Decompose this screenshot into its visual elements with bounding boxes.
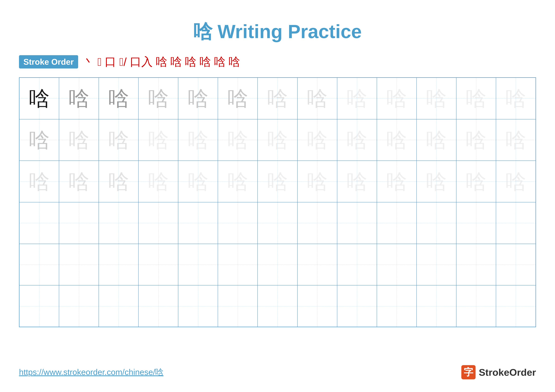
grid-cell-r4c9[interactable] [337, 202, 377, 244]
stroke-9: 唅 [199, 54, 211, 69]
grid-cell-r1c10[interactable]: 唅 [377, 78, 416, 119]
grid-cell-r1c13[interactable]: 唅 [496, 78, 536, 119]
char-r2-7: 唅 [267, 130, 288, 150]
grid-cell-r6c3[interactable] [99, 285, 139, 327]
grid-cell-r4c7[interactable] [258, 202, 297, 244]
grid-cell-r4c10[interactable] [377, 202, 416, 244]
grid-cell-r2c6[interactable]: 唅 [218, 119, 258, 161]
char-vlight-3: 唅 [426, 88, 447, 109]
title-chinese: 唅 [193, 21, 212, 42]
grid-cell-r3c1[interactable]: 唅 [19, 161, 59, 202]
grid-cell-r6c2[interactable] [59, 285, 99, 327]
stroke-3: 口 [105, 54, 116, 69]
grid-cell-r1c2[interactable]: 唅 [59, 78, 99, 119]
stroke-1: 丶 [83, 54, 94, 69]
grid-cell-r5c10[interactable] [377, 244, 416, 285]
grid-cell-r6c7[interactable] [258, 285, 297, 327]
char-medium-1: 唅 [148, 88, 169, 109]
grid-cell-r5c12[interactable] [456, 244, 496, 285]
char-r3-6: 唅 [227, 171, 248, 192]
grid-cell-r4c8[interactable] [297, 202, 337, 244]
grid-cell-r2c5[interactable]: 唅 [178, 119, 218, 161]
grid-cell-r2c4[interactable]: 唅 [139, 119, 178, 161]
grid-cell-r3c2[interactable]: 唅 [59, 161, 99, 202]
grid-cell-r2c11[interactable]: 唅 [416, 119, 456, 161]
grid-cell-r1c8[interactable]: 唅 [297, 78, 337, 119]
stroke-8: 唅 [185, 54, 196, 69]
stroke-4: 𠃌/ [119, 55, 127, 68]
grid-cell-r2c9[interactable]: 唅 [337, 119, 377, 161]
grid-cell-r1c1[interactable]: 唅 [19, 78, 59, 119]
grid-cell-r6c10[interactable] [377, 285, 416, 327]
grid-cell-r6c5[interactable] [178, 285, 218, 327]
char-r3-3: 唅 [108, 171, 129, 192]
grid-cell-r4c2[interactable] [59, 202, 99, 244]
footer-url[interactable]: https://www.strokeorder.com/chinese/唅 [19, 367, 163, 378]
grid-cell-r5c4[interactable] [139, 244, 178, 285]
grid-cell-r4c1[interactable] [19, 202, 59, 244]
grid-cell-r6c6[interactable] [218, 285, 258, 327]
footer-logo: 字 StrokeOrder [461, 365, 536, 379]
grid-cell-r5c3[interactable] [99, 244, 139, 285]
grid-cell-r3c11[interactable]: 唅 [416, 161, 456, 202]
grid-cell-r2c10[interactable]: 唅 [377, 119, 416, 161]
grid-cell-r2c2[interactable]: 唅 [59, 119, 99, 161]
grid-cell-r1c11[interactable]: 唅 [416, 78, 456, 119]
grid-cell-r5c8[interactable] [297, 244, 337, 285]
grid-cell-r3c12[interactable]: 唅 [456, 161, 496, 202]
grid-cell-r2c12[interactable]: 唅 [456, 119, 496, 161]
grid-cell-r3c6[interactable]: 唅 [218, 161, 258, 202]
grid-cell-r4c4[interactable] [139, 202, 178, 244]
grid-cell-r3c9[interactable]: 唅 [337, 161, 377, 202]
grid-cell-r5c1[interactable] [19, 244, 59, 285]
grid-cell-r5c2[interactable] [59, 244, 99, 285]
grid-cell-r4c6[interactable] [218, 202, 258, 244]
grid-cell-r1c3[interactable]: 唅 [99, 78, 139, 119]
char-r2-5: 唅 [188, 130, 208, 150]
char-r3-7: 唅 [267, 171, 288, 192]
grid-cell-r1c5[interactable]: 唅 [178, 78, 218, 119]
grid-cell-r4c11[interactable] [416, 202, 456, 244]
grid-cell-r6c12[interactable] [456, 285, 496, 327]
grid-cell-r6c11[interactable] [416, 285, 456, 327]
grid-cell-r1c7[interactable]: 唅 [258, 78, 297, 119]
grid-cell-r3c5[interactable]: 唅 [178, 161, 218, 202]
grid-cell-r2c8[interactable]: 唅 [297, 119, 337, 161]
grid-cell-r4c13[interactable] [496, 202, 536, 244]
grid-cell-r5c5[interactable] [178, 244, 218, 285]
grid-cell-r4c5[interactable] [178, 202, 218, 244]
char-vlight-1: 唅 [347, 88, 367, 109]
grid-cell-r6c4[interactable] [139, 285, 178, 327]
grid-cell-r5c7[interactable] [258, 244, 297, 285]
grid-cell-r5c11[interactable] [416, 244, 456, 285]
grid-cell-r1c12[interactable]: 唅 [456, 78, 496, 119]
grid-cell-r4c12[interactable] [456, 202, 496, 244]
grid-cell-r6c8[interactable] [297, 285, 337, 327]
grid-cell-r5c6[interactable] [218, 244, 258, 285]
grid-cell-r2c3[interactable]: 唅 [99, 119, 139, 161]
grid-cell-r2c13[interactable]: 唅 [496, 119, 536, 161]
char-dark-gray: 唅 [69, 88, 89, 109]
char-r2-11: 唅 [426, 130, 447, 150]
grid-cell-r5c13[interactable] [496, 244, 536, 285]
grid-cell-r4c3[interactable] [99, 202, 139, 244]
grid-cell-r1c6[interactable]: 唅 [218, 78, 258, 119]
grid-cell-r3c7[interactable]: 唅 [258, 161, 297, 202]
grid-cell-r6c9[interactable] [337, 285, 377, 327]
char-dark-gray-2: 唅 [108, 88, 129, 109]
grid-cell-r3c3[interactable]: 唅 [99, 161, 139, 202]
grid-cell-r5c9[interactable] [337, 244, 377, 285]
stroke-sequence: 丶 𠃌 口 𠃌/ 口入 唅 唅 唅 唅 唅 唅 [83, 54, 240, 69]
char-r2-4: 唅 [148, 130, 169, 150]
grid-cell-r3c4[interactable]: 唅 [139, 161, 178, 202]
grid-cell-r1c4[interactable]: 唅 [139, 78, 178, 119]
grid-cell-r2c7[interactable]: 唅 [258, 119, 297, 161]
grid-cell-r3c8[interactable]: 唅 [297, 161, 337, 202]
logo-char: 字 [464, 366, 473, 379]
grid-cell-r6c1[interactable] [19, 285, 59, 327]
grid-cell-r1c9[interactable]: 唅 [337, 78, 377, 119]
grid-cell-r3c13[interactable]: 唅 [496, 161, 536, 202]
grid-cell-r6c13[interactable] [496, 285, 536, 327]
grid-cell-r2c1[interactable]: 唅 [19, 119, 59, 161]
grid-cell-r3c10[interactable]: 唅 [377, 161, 416, 202]
